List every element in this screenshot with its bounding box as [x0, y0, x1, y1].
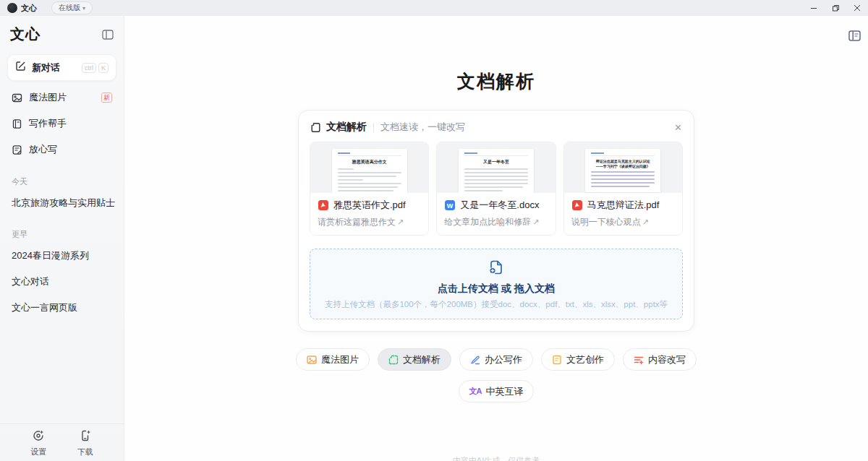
- history-section-today: 今天: [0, 163, 124, 190]
- close-panel-icon[interactable]: ✕: [674, 123, 682, 132]
- skill-shortcuts: 魔法图片 文档解析 办公写作: [124, 348, 868, 402]
- main-content: 文档解析 文档解析 文档速读，一键改写 ✕ 雅思英语高分作文: [124, 16, 868, 461]
- doc-parse-panel: 文档解析 文档速读，一键改写 ✕ 雅思英语高分作文: [298, 110, 694, 332]
- arrow-up-right-icon: ↗: [397, 217, 404, 226]
- example-doc-card-winter[interactable]: 又是一年冬至 W 又是一年冬至.docx 给文章加点比喻和修辞↗: [436, 142, 556, 236]
- sidebar-collapse-icon[interactable]: [102, 30, 114, 40]
- arrow-up-right-icon: ↗: [532, 217, 539, 226]
- ai-disclaimer: 内容由AI生成，仅供参考: [124, 455, 868, 461]
- preview-title: 雅思英语高分作文: [338, 159, 401, 165]
- sidebar-brand: 文心: [10, 25, 41, 44]
- skill-label: 中英互译: [485, 385, 523, 398]
- skill-pill-magic-image[interactable]: 魔法图片: [296, 348, 370, 371]
- shortcut-hint: ctrl K: [82, 63, 109, 73]
- skill-label: 办公写作: [485, 353, 522, 366]
- history-item[interactable]: 北京旅游攻略与实用贴士: [0, 190, 124, 216]
- sidebar-item-confident-write[interactable]: 放心写: [0, 137, 124, 162]
- skill-label: 魔法图片: [321, 353, 359, 366]
- image-icon: [307, 355, 317, 365]
- doc-filename: 雅思英语作文.pdf: [333, 199, 406, 212]
- skill-pill-content-rewrite[interactable]: 内容改写: [623, 348, 697, 371]
- window-titlebar: 文心 在线版 ▾: [0, 0, 868, 16]
- skill-label: 文艺创作: [566, 353, 604, 366]
- download-button[interactable]: 下载: [77, 429, 93, 457]
- version-dropdown[interactable]: 在线版 ▾: [51, 1, 93, 14]
- magic-image-label: 魔法图片: [29, 91, 67, 104]
- upload-dropzone[interactable]: 点击上传文档 或 拖入文档 支持上传文档（最多100个，每个200MB）接受do…: [310, 249, 683, 319]
- upload-file-icon: [488, 259, 505, 279]
- maximize-icon: [832, 4, 840, 12]
- sidebar-item-magic-image[interactable]: 魔法图片 新: [0, 85, 124, 110]
- document-pen-icon: [12, 145, 22, 155]
- sidebar-footer: 设置 下载: [0, 423, 124, 461]
- new-chat-label: 新对话: [32, 61, 60, 74]
- minimize-icon: [810, 4, 817, 12]
- history-item[interactable]: 文心一言网页版: [0, 295, 124, 321]
- rewrite-lines-icon: [634, 355, 644, 365]
- history-item[interactable]: 2024春日漫游系列: [0, 243, 124, 269]
- example-doc-card-marx[interactable]: 辩证法也就是马克思主义的认识论 ——学习列宁《谈谈辩证法问题》 马克思辩证法.p…: [563, 142, 683, 236]
- page-title: 文档解析: [124, 69, 868, 93]
- gear-icon: [32, 429, 45, 445]
- close-icon: [854, 4, 861, 12]
- chevron-down-icon: ▾: [82, 5, 85, 12]
- document-icon: [310, 122, 321, 133]
- skill-pill-doc-parse[interactable]: 文档解析: [378, 348, 451, 371]
- history-section-earlier: 更早: [0, 216, 124, 243]
- preview-subtitle: ——学习列宁《谈谈辩证法问题》: [591, 164, 655, 168]
- translate-icon: 文A: [469, 386, 482, 397]
- doc-preview: 又是一年冬至: [437, 142, 555, 193]
- upload-hint: 支持上传文档（最多100个，每个200MB）接受doc、docx、pdf、txt…: [325, 299, 668, 310]
- history-item[interactable]: 文心对话: [0, 269, 124, 295]
- panel-subtitle: 文档速读，一键改写: [380, 121, 465, 134]
- kbd-ctrl: ctrl: [82, 63, 96, 73]
- app-logo-icon: [7, 3, 17, 13]
- settings-label: 设置: [30, 447, 46, 457]
- pdf-file-icon: [571, 199, 583, 211]
- history-panel-icon[interactable]: [848, 30, 861, 44]
- minimize-button[interactable]: [803, 0, 825, 16]
- kbd-k: K: [98, 63, 109, 73]
- doc-prompt: 说明一下核心观点: [571, 217, 641, 227]
- maximize-button[interactable]: [825, 0, 846, 16]
- version-label: 在线版: [59, 3, 80, 13]
- notebook-icon: [12, 119, 22, 129]
- document-lines-icon: [552, 355, 562, 365]
- skill-pill-translate[interactable]: 文A 中英互译: [459, 380, 535, 402]
- sidebar-item-new-chat[interactable]: 新对话 ctrl K: [7, 54, 116, 81]
- document-icon: [388, 355, 399, 365]
- confident-write-label: 放心写: [29, 143, 57, 156]
- skill-label: 内容改写: [648, 353, 686, 366]
- doc-prompt: 请赏析这篇雅思作文: [318, 217, 396, 227]
- image-icon: [12, 92, 22, 103]
- settings-button[interactable]: 设置: [30, 429, 46, 457]
- doc-filename: 又是一年冬至.docx: [460, 199, 539, 212]
- compose-icon: [15, 61, 26, 74]
- pdf-file-icon: [318, 199, 329, 211]
- skill-label: 文档解析: [403, 353, 441, 366]
- app-name: 文心: [21, 3, 37, 14]
- sidebar: 文心 新对话 ctrl K 魔法图片 新: [0, 16, 124, 461]
- arrow-up-right-icon: ↗: [642, 217, 649, 226]
- pen-icon: [470, 355, 480, 365]
- preview-title: 又是一年冬至: [464, 159, 528, 165]
- phone-download-icon: [79, 429, 92, 445]
- skill-pill-office-writing[interactable]: 办公写作: [459, 348, 533, 371]
- sidebar-item-writing-helper[interactable]: 写作帮手: [0, 111, 124, 136]
- download-label: 下载: [77, 447, 93, 457]
- upload-title: 点击上传文档 或 拖入文档: [438, 283, 555, 296]
- doc-preview: 雅思英语高分作文: [310, 142, 428, 193]
- close-window-button[interactable]: [846, 0, 868, 16]
- word-file-icon: W: [444, 199, 456, 211]
- svg-text:W: W: [447, 202, 454, 210]
- skill-pill-creative-writing[interactable]: 文艺创作: [541, 348, 615, 371]
- preview-title: 辩证法也就是马克思主义的认识论: [591, 159, 655, 163]
- doc-filename: 马克思辩证法.pdf: [587, 199, 660, 212]
- doc-preview: 辩证法也就是马克思主义的认识论 ——学习列宁《谈谈辩证法问题》: [564, 142, 682, 193]
- writing-helper-label: 写作帮手: [29, 117, 67, 130]
- example-doc-card-ielts[interactable]: 雅思英语高分作文 雅思英语作文.pdf 请赏析这篇雅思作文↗: [310, 142, 429, 236]
- new-badge: 新: [101, 92, 112, 103]
- divider: [373, 123, 374, 132]
- panel-title: 文档解析: [326, 121, 367, 134]
- doc-prompt: 给文章加点比喻和修辞: [444, 217, 531, 227]
